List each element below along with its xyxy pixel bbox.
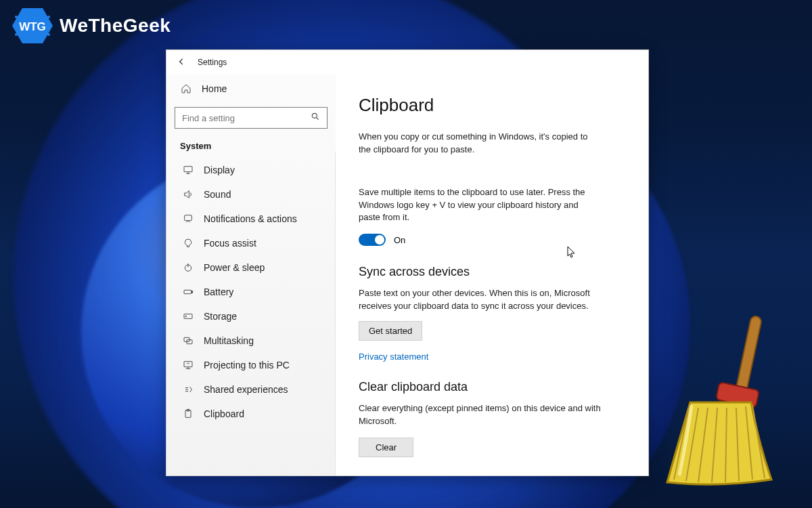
sidebar-item-label: Sound: [204, 189, 231, 200]
sidebar-item-clipboard[interactable]: Clipboard: [173, 402, 329, 426]
sidebar-item-label: Focus assist: [204, 238, 256, 249]
svg-point-3: [47, 16, 50, 18]
projecting-icon: [182, 359, 194, 371]
home-icon: [180, 83, 192, 95]
shared-experiences-icon: [182, 383, 194, 396]
notifications-icon: [182, 213, 194, 225]
sidebar-item-label: Battery: [204, 287, 233, 297]
sidebar-item-sound[interactable]: Sound: [173, 182, 329, 207]
get-started-button[interactable]: Get started: [359, 321, 422, 341]
window-titlebar: Settings: [166, 50, 648, 75]
sidebar-item-shared-experiences[interactable]: Shared experiences: [173, 377, 329, 402]
sidebar-nav: Display Sound Notifications & actions Fo…: [173, 158, 329, 426]
search-input[interactable]: [182, 113, 311, 123]
back-button[interactable]: [176, 57, 187, 68]
sidebar-item-label: Projecting to this PC: [204, 360, 290, 371]
clipboard-history-description: Save multiple items to the clipboard to …: [359, 186, 602, 225]
sound-icon: [182, 188, 194, 200]
sidebar-item-label: Notifications & actions: [204, 213, 297, 224]
clear-button[interactable]: Clear: [359, 438, 413, 457]
sidebar-item-power-sleep[interactable]: Power & sleep: [173, 255, 329, 280]
sidebar-item-label: Power & sleep: [204, 262, 265, 273]
power-icon: [182, 261, 194, 274]
sidebar-item-multitasking[interactable]: Multitasking: [173, 329, 329, 353]
focus-assist-icon: [182, 237, 194, 249]
sidebar-home-label: Home: [202, 83, 227, 94]
sidebar-item-label: Display: [204, 165, 235, 175]
svg-rect-11: [184, 290, 191, 293]
page-intro: When you copy or cut something in Window…: [359, 131, 602, 156]
clear-heading: Clear clipboard data: [359, 380, 625, 394]
sidebar-item-projecting[interactable]: Projecting to this PC: [173, 353, 329, 377]
sidebar-section-label: System: [173, 138, 329, 158]
sidebar-home[interactable]: Home: [173, 77, 329, 100]
content-pane: Clipboard When you copy or cut something…: [336, 75, 648, 475]
page-title: Clipboard: [359, 95, 625, 116]
sidebar-item-focus-assist[interactable]: Focus assist: [173, 231, 329, 255]
sync-heading: Sync across devices: [359, 265, 625, 279]
sidebar-item-label: Multitasking: [204, 335, 254, 346]
svg-rect-17: [184, 362, 192, 367]
svg-point-14: [185, 316, 186, 316]
sidebar-item-display[interactable]: Display: [173, 158, 329, 182]
site-branding: WTG WeTheGeek: [12, 8, 171, 43]
clipboard-history-toggle-state: On: [394, 235, 405, 245]
svg-rect-8: [184, 167, 192, 172]
sidebar: Home System Display Sound: [166, 75, 336, 475]
svg-rect-12: [191, 291, 192, 293]
multitasking-icon: [182, 335, 194, 347]
wethegeek-logo-icon: WTG: [12, 8, 53, 43]
sidebar-item-label: Storage: [204, 311, 237, 322]
svg-point-7: [312, 113, 317, 118]
sidebar-item-notifications[interactable]: Notifications & actions: [173, 207, 329, 231]
logo-letters: WTG: [19, 20, 46, 33]
clipboard-icon: [182, 408, 194, 420]
window-title: Settings: [198, 58, 227, 67]
sync-description: Paste text on your other devices. When t…: [359, 287, 602, 313]
svg-rect-9: [185, 215, 192, 221]
display-icon: [182, 164, 194, 176]
settings-window: Settings Home System Display: [166, 49, 649, 476]
search-icon: [311, 112, 320, 124]
sidebar-item-battery[interactable]: Battery: [173, 280, 329, 304]
sidebar-item-label: Shared experiences: [204, 384, 288, 395]
sidebar-item-label: Clipboard: [204, 408, 244, 419]
clipboard-history-toggle[interactable]: [359, 234, 386, 246]
svg-point-4: [47, 33, 50, 36]
site-branding-text: WeTheGeek: [60, 15, 171, 37]
sidebar-item-storage[interactable]: Storage: [173, 304, 329, 329]
battery-icon: [182, 286, 194, 298]
sidebar-divider: [335, 152, 336, 475]
svg-point-1: [15, 16, 18, 18]
search-field[interactable]: [175, 107, 328, 129]
svg-point-2: [15, 33, 18, 36]
privacy-statement-link[interactable]: Privacy statement: [359, 352, 428, 362]
clear-description: Clear everything (except pinned items) o…: [359, 402, 602, 428]
storage-icon: [182, 310, 194, 322]
